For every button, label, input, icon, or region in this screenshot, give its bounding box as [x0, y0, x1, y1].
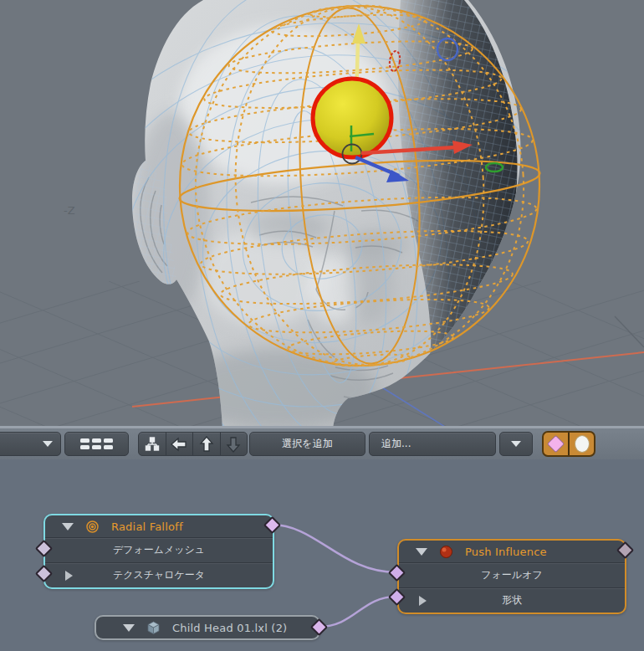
viewport-3d[interactable]: -Z — [0, 0, 644, 428]
node-title: Radial Falloff — [111, 520, 183, 533]
node-row-deform-mesh[interactable]: デフォームメッシュ — [45, 537, 273, 562]
add-selection-button[interactable]: 選択を追加 — [249, 432, 365, 456]
tree-hierarchy-icon — [145, 437, 160, 452]
falloff-toggle-button[interactable] — [544, 433, 568, 455]
grid-layout-icon — [79, 438, 115, 451]
node-row-shape[interactable]: 形状 — [399, 587, 625, 613]
node-row-texture-locator[interactable]: テクスチャロケータ — [45, 562, 273, 587]
nav-down-button[interactable] — [220, 433, 248, 455]
hierarchy-button[interactable] — [139, 433, 166, 455]
node-title: Child Head 01.lxl (2) — [172, 622, 287, 634]
add-button[interactable]: 追加... — [369, 432, 496, 456]
push-influence-icon — [439, 545, 453, 559]
layout-grid-button[interactable] — [64, 432, 129, 456]
chevron-down-icon — [511, 441, 521, 447]
add-label: 追加... — [381, 437, 411, 451]
collapse-arrow-icon[interactable] — [123, 624, 135, 632]
node-radial-falloff[interactable]: Radial Falloff デフォームメッシュ テクスチャロケータ — [43, 514, 274, 589]
application-window: -Z — [0, 0, 644, 651]
collapse-arrow-icon[interactable] — [416, 548, 427, 556]
chevron-down-icon — [43, 441, 53, 447]
arrow-up-icon — [199, 436, 214, 453]
axis-label: -Z — [64, 204, 75, 217]
add-selection-label: 選択を追加 — [282, 437, 332, 451]
arrow-left-icon — [171, 437, 187, 452]
expand-arrow-icon[interactable] — [65, 571, 73, 581]
node-header[interactable]: Child Head 01.lxl (2) — [96, 617, 319, 638]
mesh-cube-icon — [146, 621, 161, 635]
node-row-falloff[interactable]: フォールオフ — [399, 562, 625, 587]
collapse-arrow-icon[interactable] — [62, 523, 74, 531]
toolbar: 選択を追加 追加... — [0, 428, 644, 459]
nav-up-button[interactable] — [192, 433, 220, 455]
nav-left-button[interactable] — [166, 433, 193, 455]
node-header[interactable]: Push Influence — [399, 541, 625, 562]
preset-dropdown[interactable] — [0, 432, 61, 456]
white-ellipse-icon — [575, 435, 590, 453]
expand-arrow-icon[interactable] — [419, 596, 427, 606]
nav-button-group — [138, 432, 248, 456]
arrow-down-icon — [226, 436, 241, 453]
node-title: Push Influence — [465, 546, 547, 558]
node-header[interactable]: Radial Falloff — [45, 515, 273, 537]
radial-falloff-icon — [85, 520, 100, 534]
display-toggle-group — [542, 431, 595, 457]
node-push-influence[interactable]: Push Influence フォールオフ 形状 — [397, 539, 626, 614]
overlay-dropdown[interactable] — [499, 432, 533, 456]
node-mesh-child-head[interactable]: Child Head 01.lxl (2) — [95, 615, 320, 640]
shape-toggle-button[interactable] — [568, 433, 594, 455]
pink-diamond-icon — [547, 435, 565, 453]
